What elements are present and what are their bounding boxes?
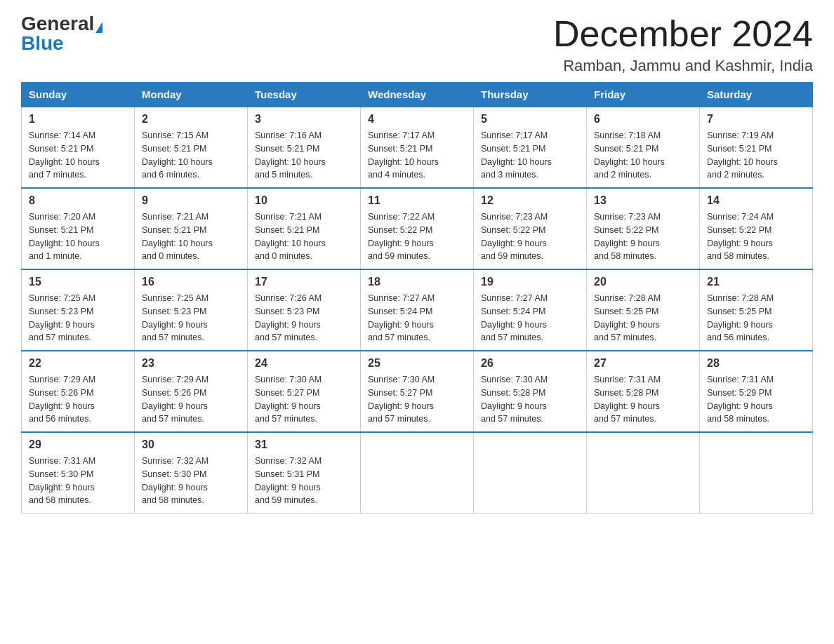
day-info: Sunrise: 7:18 AMSunset: 5:21 PMDaylight:… xyxy=(594,129,692,182)
day-info: Sunrise: 7:28 AMSunset: 5:25 PMDaylight:… xyxy=(594,292,692,344)
calendar-cell xyxy=(700,432,813,514)
day-info: Sunrise: 7:17 AMSunset: 5:21 PMDaylight:… xyxy=(368,129,466,182)
logo: General Blue xyxy=(21,14,102,53)
day-number: 13 xyxy=(594,194,692,207)
day-number: 15 xyxy=(29,276,127,288)
calendar-cell: 30Sunrise: 7:32 AMSunset: 5:30 PMDayligh… xyxy=(135,432,248,514)
day-info: Sunrise: 7:22 AMSunset: 5:22 PMDaylight:… xyxy=(368,210,466,263)
calendar-cell: 25Sunrise: 7:30 AMSunset: 5:27 PMDayligh… xyxy=(361,351,474,432)
weekday-header-monday: Monday xyxy=(135,83,248,107)
calendar-cell: 17Sunrise: 7:26 AMSunset: 5:23 PMDayligh… xyxy=(248,269,361,351)
day-info: Sunrise: 7:30 AMSunset: 5:27 PMDaylight:… xyxy=(368,373,466,426)
day-number: 14 xyxy=(707,194,805,207)
calendar-cell: 31Sunrise: 7:32 AMSunset: 5:31 PMDayligh… xyxy=(248,432,361,514)
day-info: Sunrise: 7:32 AMSunset: 5:30 PMDaylight:… xyxy=(142,455,240,507)
day-info: Sunrise: 7:29 AMSunset: 5:26 PMDaylight:… xyxy=(142,373,240,426)
day-number: 29 xyxy=(29,438,127,451)
day-number: 19 xyxy=(481,276,579,288)
day-number: 18 xyxy=(368,276,466,288)
day-info: Sunrise: 7:16 AMSunset: 5:21 PMDaylight:… xyxy=(255,129,353,182)
calendar-cell: 29Sunrise: 7:31 AMSunset: 5:30 PMDayligh… xyxy=(22,432,135,514)
calendar-cell xyxy=(474,432,587,514)
day-number: 9 xyxy=(142,194,240,207)
day-info: Sunrise: 7:23 AMSunset: 5:22 PMDaylight:… xyxy=(481,210,579,263)
day-number: 4 xyxy=(368,113,466,126)
calendar-cell: 5Sunrise: 7:17 AMSunset: 5:21 PMDaylight… xyxy=(474,107,587,188)
calendar-cell: 26Sunrise: 7:30 AMSunset: 5:28 PMDayligh… xyxy=(474,351,587,432)
day-info: Sunrise: 7:30 AMSunset: 5:27 PMDaylight:… xyxy=(255,373,353,426)
calendar-cell: 4Sunrise: 7:17 AMSunset: 5:21 PMDaylight… xyxy=(361,107,474,188)
calendar-week-row: 15Sunrise: 7:25 AMSunset: 5:23 PMDayligh… xyxy=(22,269,813,351)
weekday-header-tuesday: Tuesday xyxy=(248,83,361,107)
day-info: Sunrise: 7:31 AMSunset: 5:30 PMDaylight:… xyxy=(29,455,127,507)
day-number: 26 xyxy=(481,357,579,370)
calendar-week-row: 1Sunrise: 7:14 AMSunset: 5:21 PMDaylight… xyxy=(22,107,813,188)
calendar-week-row: 29Sunrise: 7:31 AMSunset: 5:30 PMDayligh… xyxy=(22,432,813,514)
day-info: Sunrise: 7:27 AMSunset: 5:24 PMDaylight:… xyxy=(481,292,579,344)
day-number: 28 xyxy=(707,357,805,370)
day-info: Sunrise: 7:26 AMSunset: 5:23 PMDaylight:… xyxy=(255,292,353,344)
calendar-cell: 20Sunrise: 7:28 AMSunset: 5:25 PMDayligh… xyxy=(587,269,700,351)
calendar-cell: 6Sunrise: 7:18 AMSunset: 5:21 PMDaylight… xyxy=(587,107,700,188)
calendar-cell: 2Sunrise: 7:15 AMSunset: 5:21 PMDaylight… xyxy=(135,107,248,188)
day-info: Sunrise: 7:15 AMSunset: 5:21 PMDaylight:… xyxy=(142,129,240,182)
day-number: 11 xyxy=(368,194,466,207)
day-number: 12 xyxy=(481,194,579,207)
day-info: Sunrise: 7:31 AMSunset: 5:29 PMDaylight:… xyxy=(707,373,805,426)
title-section: December 2024 Ramban, Jammu and Kashmir,… xyxy=(553,14,813,75)
weekday-header-thursday: Thursday xyxy=(474,83,587,107)
day-number: 16 xyxy=(142,276,240,288)
day-number: 5 xyxy=(481,113,579,126)
weekday-header-friday: Friday xyxy=(587,83,700,107)
day-info: Sunrise: 7:30 AMSunset: 5:28 PMDaylight:… xyxy=(481,373,579,426)
day-info: Sunrise: 7:29 AMSunset: 5:26 PMDaylight:… xyxy=(29,373,127,426)
calendar-cell xyxy=(361,432,474,514)
day-info: Sunrise: 7:20 AMSunset: 5:21 PMDaylight:… xyxy=(29,210,127,263)
day-number: 31 xyxy=(255,438,353,451)
day-number: 20 xyxy=(594,276,692,288)
calendar-cell: 3Sunrise: 7:16 AMSunset: 5:21 PMDaylight… xyxy=(248,107,361,188)
calendar-cell: 8Sunrise: 7:20 AMSunset: 5:21 PMDaylight… xyxy=(22,188,135,269)
day-number: 6 xyxy=(594,113,692,126)
calendar-cell: 18Sunrise: 7:27 AMSunset: 5:24 PMDayligh… xyxy=(361,269,474,351)
day-info: Sunrise: 7:28 AMSunset: 5:25 PMDaylight:… xyxy=(707,292,805,344)
day-number: 2 xyxy=(142,113,240,126)
calendar-cell: 14Sunrise: 7:24 AMSunset: 5:22 PMDayligh… xyxy=(700,188,813,269)
day-info: Sunrise: 7:21 AMSunset: 5:21 PMDaylight:… xyxy=(142,210,240,263)
day-info: Sunrise: 7:17 AMSunset: 5:21 PMDaylight:… xyxy=(481,129,579,182)
weekday-header-row: SundayMondayTuesdayWednesdayThursdayFrid… xyxy=(22,83,813,107)
logo-general-text: General xyxy=(21,13,94,34)
calendar-cell: 21Sunrise: 7:28 AMSunset: 5:25 PMDayligh… xyxy=(700,269,813,351)
calendar-cell: 23Sunrise: 7:29 AMSunset: 5:26 PMDayligh… xyxy=(135,351,248,432)
calendar-cell: 11Sunrise: 7:22 AMSunset: 5:22 PMDayligh… xyxy=(361,188,474,269)
logo-triangle-icon xyxy=(95,22,102,33)
location-text: Ramban, Jammu and Kashmir, India xyxy=(553,57,813,75)
calendar-cell: 15Sunrise: 7:25 AMSunset: 5:23 PMDayligh… xyxy=(22,269,135,351)
logo-blue-text: Blue xyxy=(21,32,64,54)
day-number: 23 xyxy=(142,357,240,370)
day-number: 24 xyxy=(255,357,353,370)
day-info: Sunrise: 7:27 AMSunset: 5:24 PMDaylight:… xyxy=(368,292,466,344)
weekday-header-sunday: Sunday xyxy=(22,83,135,107)
weekday-header-saturday: Saturday xyxy=(700,83,813,107)
month-title: December 2024 xyxy=(553,14,813,54)
day-info: Sunrise: 7:14 AMSunset: 5:21 PMDaylight:… xyxy=(29,129,127,182)
calendar-week-row: 22Sunrise: 7:29 AMSunset: 5:26 PMDayligh… xyxy=(22,351,813,432)
day-number: 7 xyxy=(707,113,805,126)
day-number: 1 xyxy=(29,113,127,126)
day-info: Sunrise: 7:32 AMSunset: 5:31 PMDaylight:… xyxy=(255,455,353,507)
day-number: 27 xyxy=(594,357,692,370)
calendar-cell: 24Sunrise: 7:30 AMSunset: 5:27 PMDayligh… xyxy=(248,351,361,432)
day-number: 21 xyxy=(707,276,805,288)
day-number: 10 xyxy=(255,194,353,207)
day-number: 30 xyxy=(142,438,240,451)
day-info: Sunrise: 7:25 AMSunset: 5:23 PMDaylight:… xyxy=(29,292,127,344)
calendar-week-row: 8Sunrise: 7:20 AMSunset: 5:21 PMDaylight… xyxy=(22,188,813,269)
calendar-cell: 10Sunrise: 7:21 AMSunset: 5:21 PMDayligh… xyxy=(248,188,361,269)
calendar-cell xyxy=(587,432,700,514)
day-info: Sunrise: 7:31 AMSunset: 5:28 PMDaylight:… xyxy=(594,373,692,426)
day-number: 3 xyxy=(255,113,353,126)
calendar-cell: 9Sunrise: 7:21 AMSunset: 5:21 PMDaylight… xyxy=(135,188,248,269)
day-number: 25 xyxy=(368,357,466,370)
day-number: 22 xyxy=(29,357,127,370)
